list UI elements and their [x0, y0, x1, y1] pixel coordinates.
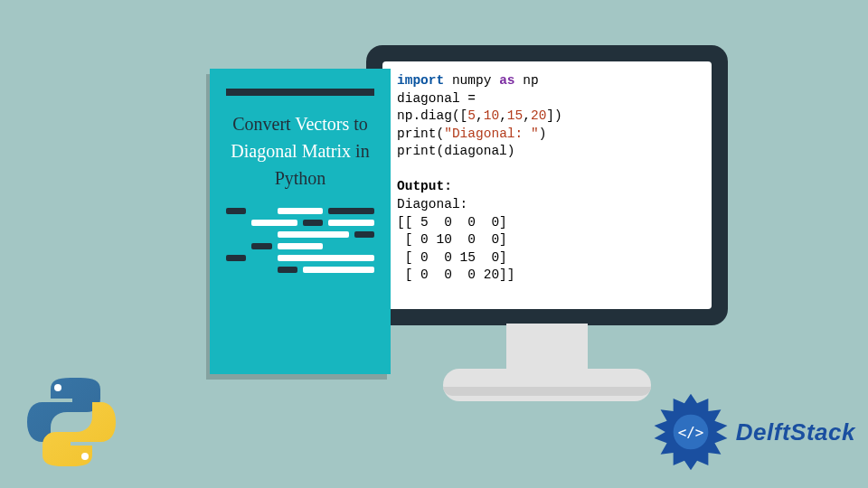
code-number: 10: [484, 108, 499, 123]
svg-point-1: [81, 453, 89, 460]
bar: [251, 220, 297, 226]
code-text: print(diagonal): [397, 144, 515, 158]
card-stripe: [226, 89, 374, 96]
bar: [278, 231, 349, 238]
bar: [278, 267, 297, 273]
bar-gap: [251, 208, 271, 214]
card-title: Convert Vectors to Diagonal Matrix in Py…: [226, 110, 374, 192]
keyword-as: as: [499, 73, 514, 88]
bar-gap: [226, 243, 246, 249]
bar-gap: [226, 231, 272, 238]
code-text: np: [515, 73, 539, 88]
bar: [303, 267, 374, 273]
decorative-bars: [226, 208, 374, 273]
desktop-monitor: import numpy as np diagonal = np.diag([5…: [366, 45, 728, 325]
title-card: Convert Vectors to Diagonal Matrix in Py…: [210, 69, 391, 374]
bar: [278, 208, 324, 214]
output-line: [ 0 10 0 0]: [397, 232, 507, 247]
bar: [328, 220, 374, 226]
bar: [328, 208, 374, 214]
python-logo-icon: [22, 372, 121, 472]
code-text: ,: [476, 108, 484, 123]
code-text: numpy: [444, 73, 499, 88]
code-text: ]): [546, 108, 561, 123]
bar-gap: [226, 220, 246, 226]
title-highlight: Diagonal Matrix: [231, 141, 351, 161]
output-line: [ 0 0 15 0]: [397, 250, 507, 265]
output-line: [[ 5 0 0 0]: [397, 215, 507, 230]
monitor-stand: [506, 324, 588, 369]
bar: [303, 220, 323, 226]
code-text: diagonal =: [397, 91, 476, 106]
code-text: ,: [523, 108, 531, 123]
title-highlight: Vectors: [295, 114, 349, 134]
brand-name: DelftStack: [736, 418, 855, 446]
keyword-import: import: [397, 73, 444, 88]
delftstack-logo-icon: </>: [651, 392, 731, 472]
title-text: Convert: [232, 114, 295, 134]
code-number: 15: [507, 108, 523, 123]
code-number: 20: [531, 108, 546, 123]
code-text: print(: [397, 127, 444, 141]
output-line: [ 0 0 0 20]]: [397, 267, 515, 282]
output-line: Diagonal:: [397, 197, 467, 211]
bar: [251, 243, 271, 249]
bar-gap: [251, 255, 271, 261]
svg-text:</>: </>: [678, 424, 704, 441]
code-string: "Diagonal: ": [444, 127, 538, 141]
brand-badge: </> DelftStack: [651, 392, 855, 472]
code-block: import numpy as np diagonal = np.diag([5…: [397, 72, 697, 285]
monitor-screen: import numpy as np diagonal = np.diag([5…: [382, 61, 712, 309]
monitor-bezel: import numpy as np diagonal = np.diag([5…: [366, 45, 728, 325]
code-number: 5: [467, 108, 476, 123]
title-text: to: [349, 114, 368, 134]
monitor-base: [443, 369, 651, 401]
code-text: ,: [499, 108, 507, 123]
code-text: np.diag([: [397, 108, 467, 123]
bar: [226, 255, 246, 261]
svg-point-0: [54, 384, 61, 391]
output-label: Output:: [397, 179, 452, 193]
bar: [226, 208, 246, 214]
bar: [354, 231, 374, 238]
bar: [278, 255, 374, 261]
bar-gap: [226, 267, 272, 273]
code-text: ): [539, 127, 547, 141]
bar: [278, 243, 324, 249]
bar-gap: [328, 243, 374, 249]
